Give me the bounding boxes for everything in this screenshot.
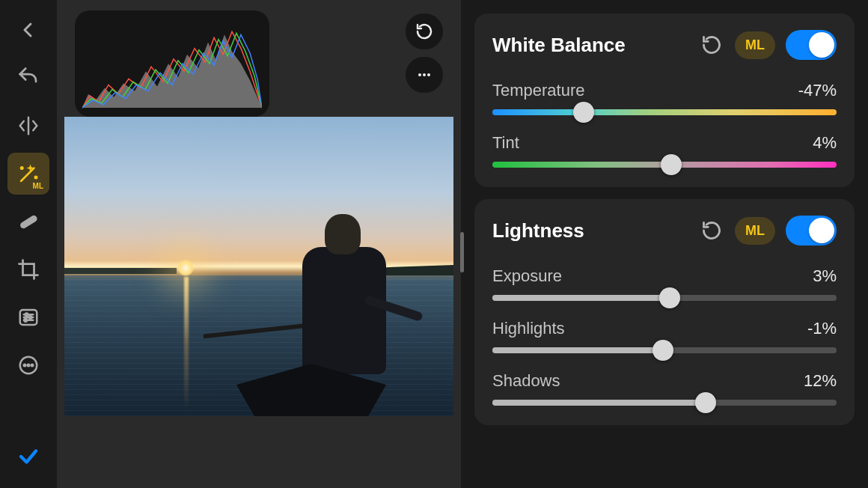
svg-point-10 xyxy=(24,319,27,322)
control-label: Shadows xyxy=(492,371,560,391)
svg-point-1 xyxy=(21,167,23,169)
control-temperature: Temperature -47% xyxy=(492,81,837,115)
panel-scroll-indicator[interactable] xyxy=(460,232,464,272)
control-label: Temperature xyxy=(492,81,585,100)
histogram-chart-icon xyxy=(82,18,262,109)
reset-white-balance-button[interactable] xyxy=(699,32,724,58)
repair-button[interactable] xyxy=(7,201,49,243)
ml-badge[interactable]: ML xyxy=(735,217,775,245)
canvas-more-button[interactable] xyxy=(406,57,443,93)
control-label: Exposure xyxy=(492,266,562,286)
crop-button[interactable] xyxy=(7,248,49,290)
control-value: -1% xyxy=(807,319,837,338)
undo-icon xyxy=(17,67,40,89)
chevron-left-icon xyxy=(19,21,37,39)
ml-badge[interactable]: ML xyxy=(735,31,775,59)
svg-rect-3 xyxy=(19,214,38,230)
white-balance-toggle[interactable] xyxy=(786,30,837,60)
back-button[interactable] xyxy=(7,9,49,51)
slider-thumb[interactable] xyxy=(661,154,682,175)
control-highlights: Highlights -1% xyxy=(492,319,837,353)
exposure-slider[interactable] xyxy=(492,295,837,301)
section-lightness: Lightness ML Exposure 3% Highlights -1% xyxy=(474,199,855,425)
reset-icon xyxy=(701,34,722,55)
svg-point-14 xyxy=(31,365,34,367)
canvas-area xyxy=(57,0,461,488)
svg-point-12 xyxy=(24,365,26,367)
tint-slider[interactable] xyxy=(492,162,837,168)
svg-point-13 xyxy=(28,365,30,367)
control-label: Highlights xyxy=(492,319,565,338)
compare-icon xyxy=(17,115,40,137)
done-button[interactable] xyxy=(7,436,49,478)
compare-button[interactable] xyxy=(7,105,49,147)
sliders-icon xyxy=(17,306,40,329)
control-value: -47% xyxy=(798,81,837,100)
control-value: 3% xyxy=(813,266,837,286)
left-toolbar: ML xyxy=(0,0,57,488)
control-value: 4% xyxy=(813,133,837,153)
section-white-balance: White Balance ML Temperature -47% Tint 4… xyxy=(474,13,855,187)
svg-point-8 xyxy=(25,313,28,316)
reset-lightness-button[interactable] xyxy=(699,218,724,243)
control-label: Tint xyxy=(492,133,519,153)
reset-icon xyxy=(701,220,722,241)
svg-point-16 xyxy=(423,73,426,76)
more-tools-button[interactable] xyxy=(7,344,49,386)
temperature-slider[interactable] xyxy=(492,109,837,115)
reset-icon xyxy=(415,22,433,40)
section-title: Lightness xyxy=(492,219,688,243)
svg-point-15 xyxy=(418,73,421,76)
control-exposure: Exposure 3% xyxy=(492,266,837,301)
more-horizontal-icon xyxy=(415,66,433,84)
svg-point-2 xyxy=(35,177,37,179)
photo-preview[interactable] xyxy=(64,117,453,416)
reset-preview-button[interactable] xyxy=(406,13,443,49)
canvas-overlay-buttons xyxy=(406,13,443,93)
slider-thumb[interactable] xyxy=(652,340,673,361)
undo-button[interactable] xyxy=(7,57,49,99)
histogram[interactable] xyxy=(75,10,269,117)
crop-icon xyxy=(17,258,40,281)
slider-thumb[interactable] xyxy=(695,392,716,413)
control-tint: Tint 4% xyxy=(492,133,837,168)
control-value: 12% xyxy=(804,371,837,391)
adjustments-panel: White Balance ML Temperature -47% Tint 4… xyxy=(461,0,868,488)
checkmark-icon xyxy=(17,445,40,468)
lightness-toggle[interactable] xyxy=(786,216,837,245)
section-title: White Balance xyxy=(492,34,688,57)
ml-sublabel: ML xyxy=(33,182,43,190)
highlights-slider[interactable] xyxy=(492,347,837,353)
control-shadows: Shadows 12% xyxy=(492,371,837,406)
shadows-slider[interactable] xyxy=(492,400,837,406)
more-circle-icon xyxy=(17,354,40,376)
magic-ml-button[interactable]: ML xyxy=(7,153,49,195)
slider-thumb[interactable] xyxy=(573,102,594,123)
svg-point-9 xyxy=(29,316,32,319)
bandage-icon xyxy=(17,210,40,233)
svg-point-17 xyxy=(427,73,430,76)
adjustments-button[interactable] xyxy=(7,296,49,338)
slider-thumb[interactable] xyxy=(659,287,680,308)
